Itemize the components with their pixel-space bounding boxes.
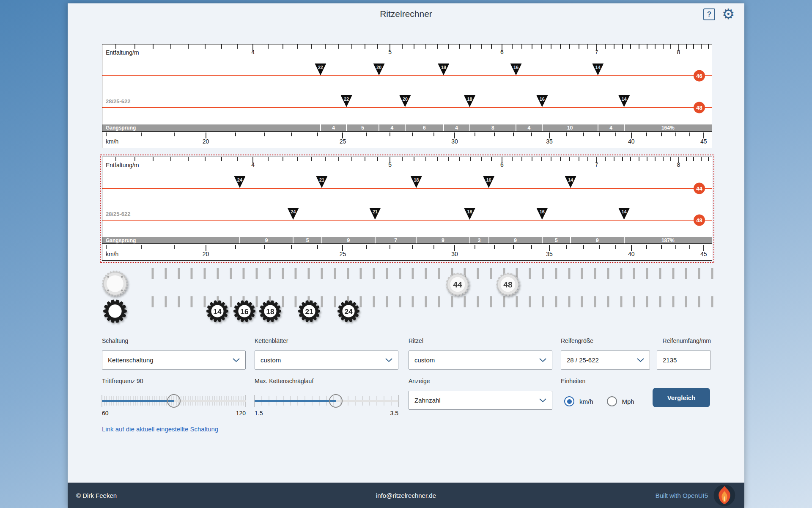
slider-fill xyxy=(255,400,336,402)
ritzel-value: custom xyxy=(414,356,435,364)
slider-track[interactable] xyxy=(255,400,398,402)
footer: © Dirk Feeken info@ritzelrechner.de Buil… xyxy=(68,483,744,508)
trittfrequenz-slider[interactable] xyxy=(102,394,246,408)
reifengroesse-field: Reifengröße 28 / 25-622 xyxy=(561,337,650,345)
einheiten-label: Einheiten xyxy=(561,378,650,385)
slider-scale-labels: 60 120 xyxy=(102,410,246,417)
kettenschraeglauf-slider[interactable] xyxy=(255,394,398,408)
svg-text:16: 16 xyxy=(240,307,248,316)
reifengroesse-label: Reifengröße xyxy=(561,337,650,345)
anzeige-field: Anzeige Zahnzahl xyxy=(409,378,552,385)
slider-fill xyxy=(102,400,174,402)
schaltung-field: Schaltung Kettenschaltung xyxy=(102,337,246,345)
svg-text:14: 14 xyxy=(214,307,222,316)
chainring-gear-48[interactable]: 48 xyxy=(496,272,520,297)
slider-max-label: 120 xyxy=(236,410,246,417)
chevron-down-icon xyxy=(385,358,392,362)
settings-form: Schaltung Kettenschaltung Kettenblätter … xyxy=(68,3,744,508)
trittfrequenz-label: Trittfrequenz 90 xyxy=(102,378,246,385)
sprocket-gear-14[interactable]: 14 xyxy=(206,300,229,323)
chainring-badge-46[interactable]: 46 xyxy=(694,70,705,82)
radio-mph-label: Mph xyxy=(622,398,634,405)
sprocket-gear-16[interactable]: 16 xyxy=(233,300,256,323)
radio-kmh[interactable]: km/h xyxy=(564,396,593,406)
svg-text:44: 44 xyxy=(453,280,462,289)
ritzel-select[interactable]: custom xyxy=(409,351,552,370)
chevron-down-icon xyxy=(539,398,546,403)
svg-text:21: 21 xyxy=(305,307,314,316)
ritzel-field: Ritzel custom xyxy=(409,337,552,345)
app-card: Ritzelrechner ? ⚙ Entfaltung/m4567822201… xyxy=(68,3,744,508)
kettenschraeglauf-label: Max. Kettenschräglauf xyxy=(255,378,398,385)
trittfrequenz-field: Trittfrequenz 90 60 120 xyxy=(102,378,246,385)
sprocket-gear-24[interactable]: 24 xyxy=(337,300,360,323)
radio-mph[interactable]: Mph xyxy=(607,396,634,406)
footer-email[interactable]: info@ritzelrechner.de xyxy=(376,492,436,499)
trittfrequenz-slider-handle[interactable] xyxy=(167,394,181,408)
anzeige-value: Zahnzahl xyxy=(414,397,441,404)
ritzel-label: Ritzel xyxy=(409,337,552,345)
kettenschraeglauf-slider-handle[interactable] xyxy=(329,394,343,408)
kettenschraeglauf-field: Max. Kettenschräglauf 1.5 3.5 xyxy=(255,378,398,385)
chainring-gear-44[interactable]: 44 xyxy=(445,272,470,297)
svg-text:24: 24 xyxy=(344,307,353,316)
reifenumfang-value: 2135 xyxy=(663,356,677,364)
reifenumfang-label: Reifenumfang/mm xyxy=(657,337,711,345)
sprocket-gear-18[interactable]: 18 xyxy=(259,300,282,323)
footer-right: Built with OpenUI5 xyxy=(436,484,736,507)
reifengroesse-value: 28 / 25-622 xyxy=(567,356,599,364)
schaltung-value: Kettenschaltung xyxy=(108,356,154,364)
slider-max-label: 3.5 xyxy=(390,410,398,417)
schaltung-label: Schaltung xyxy=(102,337,246,345)
anzeige-select[interactable]: Zahnzahl xyxy=(409,391,552,410)
kettenblaetter-value: custom xyxy=(261,356,281,364)
openui5-phoenix-logo xyxy=(713,484,736,507)
reifengroesse-select[interactable]: 28 / 25-622 xyxy=(561,351,650,370)
chevron-down-icon xyxy=(233,358,240,362)
einheiten-field: Einheiten km/h Mph xyxy=(561,378,650,385)
kettenblaetter-field: Kettenblätter custom xyxy=(255,337,398,345)
svg-text:18: 18 xyxy=(266,307,274,316)
kettenblaetter-label: Kettenblätter xyxy=(255,337,398,345)
vergleich-button[interactable]: Vergleich xyxy=(653,388,710,407)
anzeige-label: Anzeige xyxy=(409,378,552,385)
radio-kmh-label: km/h xyxy=(579,398,593,405)
reifenumfang-input[interactable]: 2135 xyxy=(657,351,711,370)
chainring-badge-48[interactable]: 48 xyxy=(694,102,705,113)
chainring-badge-44[interactable]: 44 xyxy=(694,183,705,194)
current-setup-link[interactable]: Link auf die aktuell eingestellte Schalt… xyxy=(102,425,218,433)
kettenblaetter-select[interactable]: custom xyxy=(255,351,398,370)
svg-text:48: 48 xyxy=(503,280,513,289)
slider-min-label: 60 xyxy=(102,410,109,417)
sprocket-gear-21[interactable]: 21 xyxy=(298,300,321,323)
einheiten-radio-group: km/h Mph xyxy=(564,396,634,406)
openui5-link[interactable]: Built with OpenUI5 xyxy=(656,492,708,499)
chevron-down-icon xyxy=(539,358,546,362)
chevron-down-icon xyxy=(637,358,644,362)
footer-copyright: © Dirk Feeken xyxy=(76,492,376,499)
schaltung-select[interactable]: Kettenschaltung xyxy=(102,351,246,370)
reifenumfang-field: Reifenumfang/mm 2135 xyxy=(657,337,711,345)
slider-scale-labels: 1.5 3.5 xyxy=(255,410,398,417)
radio-circle xyxy=(564,396,574,406)
radio-circle xyxy=(607,396,617,406)
chainring-badge-48[interactable]: 48 xyxy=(694,215,705,226)
slider-min-label: 1.5 xyxy=(255,410,263,417)
